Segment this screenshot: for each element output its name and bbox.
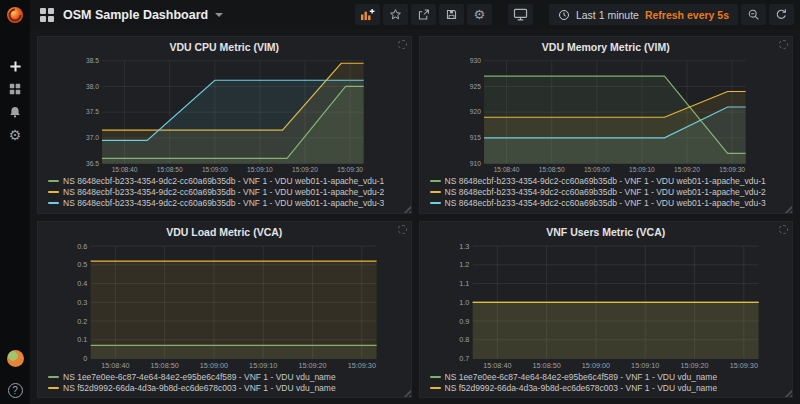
- panel-title[interactable]: VNF Users Metric (VCA): [420, 222, 793, 241]
- panel-resize-handle[interactable]: [403, 205, 411, 213]
- y-tick-label: 1.0: [459, 297, 469, 306]
- dashboards-icon[interactable]: [7, 81, 23, 97]
- legend-label: NS 8648ecbf-b233-4354-9dc2-cc60a69b35db …: [445, 187, 766, 197]
- y-tick-label: 38.0: [86, 83, 99, 90]
- time-picker[interactable]: Last 1 minute Refresh every 5s: [549, 4, 738, 25]
- legend-label: NS 8648ecbf-b233-4354-9dc2-cc60a69b35db …: [63, 187, 384, 197]
- save-button[interactable]: [439, 4, 464, 25]
- settings-gear-button[interactable]: ⚙: [467, 4, 492, 25]
- vnf-users-chart[interactable]: 0.70.80.91.01.11.21.315:08:4015:08:5015:…: [420, 241, 793, 371]
- legend-item[interactable]: NS 1ee7e0ee-6c87-4e64-84e2-e95be6c4f589 …: [430, 371, 789, 382]
- y-tick-label: 910: [469, 160, 480, 167]
- time-range-label: Last 1 minute: [576, 9, 639, 21]
- legend-label: NS 1ee7e0ee-6c87-4e64-84e2-e95be6c4f589 …: [63, 372, 336, 382]
- x-tick-label: 15:08:40: [112, 166, 138, 173]
- legend-color-marker: [430, 387, 441, 389]
- legend-color-marker: [48, 180, 59, 182]
- x-tick-label: 15:08:50: [538, 166, 564, 173]
- x-tick-label: 15:09:20: [674, 166, 700, 173]
- legend-label: NS 8648ecbf-b233-4354-9dc2-cc60a69b35db …: [445, 176, 766, 186]
- dashboard-title[interactable]: OSM Sample Dashboard: [63, 8, 208, 22]
- legend-item[interactable]: NS 8648ecbf-b233-4354-9dc2-cc60a69b35db …: [430, 187, 789, 198]
- zoom-out-button[interactable]: [741, 4, 766, 25]
- x-tick-label: 15:09:00: [581, 360, 609, 369]
- vdu-load-chart[interactable]: 00.10.20.30.40.50.615:08:4015:08:5015:09…: [38, 241, 411, 371]
- share-button[interactable]: [411, 4, 436, 25]
- y-tick-label: 38.5: [86, 57, 99, 64]
- add-panel-button[interactable]: [355, 4, 380, 25]
- grafana-logo-icon[interactable]: [6, 6, 24, 24]
- chart-legend: NS 8648ecbf-b233-4354-9dc2-cc60a69b35db …: [420, 175, 793, 213]
- legend-item[interactable]: NS 8648ecbf-b233-4354-9dc2-cc60a69b35db …: [430, 176, 789, 187]
- dashboard-picker-grid-icon[interactable]: [40, 8, 54, 22]
- y-tick-label: 1.1: [459, 279, 469, 288]
- y-tick-label: 0.8: [459, 335, 469, 344]
- y-tick-label: 1.3: [459, 241, 469, 250]
- legend-item[interactable]: NS 8648ecbf-b233-4354-9dc2-cc60a69b35db …: [48, 176, 407, 187]
- chart-legend: NS 8648ecbf-b233-4354-9dc2-cc60a69b35db …: [38, 175, 411, 213]
- panel-vdu-load: VDU Load Metric (VCA) 00.10.20.30.40.50.…: [37, 221, 412, 399]
- x-tick-label: 15:08:50: [532, 360, 560, 369]
- series-fill: [102, 80, 364, 163]
- user-avatar[interactable]: [7, 350, 24, 367]
- vdu-cpu-chart[interactable]: 36.537.037.538.038.515:08:4015:08:5015:0…: [38, 56, 411, 175]
- x-tick-label: 15:09:30: [337, 166, 363, 173]
- refresh-button[interactable]: [769, 4, 794, 25]
- series-fill: [91, 261, 377, 358]
- x-tick-label: 15:09:10: [249, 360, 277, 369]
- y-tick-label: 0: [83, 354, 87, 363]
- legend-item[interactable]: NS 8648ecbf-b233-4354-9dc2-cc60a69b35db …: [48, 198, 407, 209]
- panel-loading-icon: [779, 40, 788, 49]
- y-tick-label: 915: [469, 134, 480, 141]
- vdu-memory-chart[interactable]: 91091592092593015:08:4015:08:5015:09:001…: [420, 56, 793, 175]
- legend-label: NS f52d9992-66da-4d3a-9b8d-ec6de678c003 …: [63, 383, 336, 393]
- x-tick-label: 15:09:30: [348, 360, 376, 369]
- panel-resize-handle[interactable]: [784, 389, 792, 397]
- chart-legend: NS 1ee7e0ee-6c87-4e64-84e2-e95be6c4f589 …: [420, 370, 793, 397]
- cycle-view-monitor-button[interactable]: [508, 4, 533, 25]
- panel-title[interactable]: VDU Memory Metric (VIM): [420, 37, 793, 56]
- y-tick-label: 0.1: [77, 335, 87, 344]
- add-icon[interactable]: [7, 58, 23, 74]
- dashboard-grid: VDU CPU Metric (VIM) 36.537.037.538.038.…: [30, 29, 800, 404]
- panel-title[interactable]: VDU Load Metric (VCA): [38, 222, 411, 241]
- legend-item[interactable]: NS f52d9992-66da-4d3a-9b8d-ec6de678c003 …: [430, 382, 789, 393]
- y-tick-label: 925: [469, 83, 480, 90]
- legend-item[interactable]: NS f52d9992-66da-4d3a-9b8d-ec6de678c003 …: [48, 382, 407, 393]
- legend-color-marker: [430, 180, 441, 182]
- x-tick-label: 15:09:10: [631, 360, 659, 369]
- alerting-bell-icon[interactable]: [7, 104, 23, 120]
- panel-vdu-memory: VDU Memory Metric (VIM) 9109159209259301…: [419, 36, 794, 214]
- x-tick-label: 15:09:10: [629, 166, 655, 173]
- configuration-gear-icon[interactable]: ⚙: [7, 127, 23, 143]
- legend-item[interactable]: NS 1ee7e0ee-6c87-4e64-84e2-e95be6c4f589 …: [48, 371, 407, 382]
- y-tick-label: 0.6: [77, 241, 87, 250]
- y-tick-label: 0.4: [77, 279, 87, 288]
- legend-label: NS 1ee7e0ee-6c87-4e64-84e2-e95be6c4f589 …: [445, 372, 718, 382]
- refresh-interval-label[interactable]: Refresh every 5s: [645, 9, 729, 21]
- x-tick-label: 15:09:30: [719, 166, 745, 173]
- panel-resize-handle[interactable]: [784, 205, 792, 213]
- y-tick-label: 36.5: [86, 160, 99, 167]
- legend-color-marker: [48, 191, 59, 193]
- legend-label: NS 8648ecbf-b233-4354-9dc2-cc60a69b35db …: [63, 198, 384, 208]
- x-tick-label: 15:09:20: [292, 166, 318, 173]
- legend-color-marker: [430, 376, 441, 378]
- help-icon[interactable]: ?: [8, 383, 23, 398]
- x-tick-label: 15:08:50: [157, 166, 183, 173]
- y-tick-label: 0.5: [77, 260, 87, 269]
- x-tick-label: 15:08:40: [483, 360, 511, 369]
- chevron-down-icon[interactable]: [215, 13, 223, 17]
- chart-legend: NS 1ee7e0ee-6c87-4e64-84e2-e95be6c4f589 …: [38, 370, 411, 397]
- legend-item[interactable]: NS 8648ecbf-b233-4354-9dc2-cc60a69b35db …: [48, 187, 407, 198]
- y-tick-label: 930: [469, 57, 480, 64]
- y-tick-label: 1.2: [459, 260, 469, 269]
- panel-resize-handle[interactable]: [403, 389, 411, 397]
- legend-label: NS f52d9992-66da-4d3a-9b8d-ec6de678c003 …: [445, 383, 718, 393]
- legend-color-marker: [48, 376, 59, 378]
- panel-title[interactable]: VDU CPU Metric (VIM): [38, 37, 411, 56]
- panel-vdu-cpu: VDU CPU Metric (VIM) 36.537.037.538.038.…: [37, 36, 412, 214]
- clock-icon: [558, 9, 570, 21]
- star-button[interactable]: [383, 4, 408, 25]
- legend-item[interactable]: NS 8648ecbf-b233-4354-9dc2-cc60a69b35db …: [430, 198, 789, 209]
